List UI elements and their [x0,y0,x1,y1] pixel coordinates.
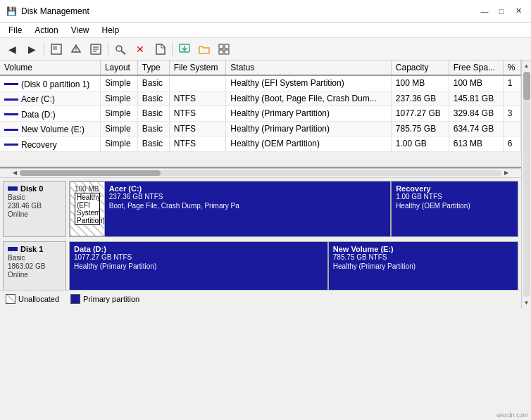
cell-status: Healthy (Primary Partition) [226,106,391,122]
maximize-button[interactable]: □ [494,4,508,18]
col-layout[interactable]: Layout [100,61,137,75]
cell-capacity: 1.00 GB [391,136,449,152]
legend-unallocated-label: Unallocated [18,295,59,303]
toolbar-btn-5[interactable] [87,41,105,58]
col-type[interactable]: Type [137,61,169,75]
scroll-track[interactable] [20,170,501,176]
cell-freespace: 145.81 GB [449,91,503,106]
horizontal-scrollbar[interactable]: ◀ ▶ [0,168,521,178]
vert-scroll-track[interactable] [523,72,530,297]
volume-table-section[interactable]: Volume Layout Type File System Status Ca… [0,61,521,168]
disk-visualization: Disk 0 Basic 238.46 GB Online 100 MB Hea… [0,178,521,290]
toolbar-back[interactable]: ◀ [3,41,21,58]
window-title: Disk Management [21,6,89,16]
toolbar-doc[interactable] [151,41,169,58]
partition-name: Recovery [396,184,513,193]
col-status[interactable]: Status [226,61,391,75]
cell-freespace: 634.74 GB [449,121,503,136]
disk-status: Online [8,210,61,218]
toolbar-forward[interactable]: ▶ [23,41,41,58]
minimize-button[interactable]: — [477,4,492,18]
cell-volume: Acer (C:) [0,91,100,106]
col-freespace[interactable]: Free Spa... [449,61,503,75]
cell-volume: (Disk 0 partition 1) [0,75,100,91]
table-row[interactable]: Recovery Simple Basic NTFS Healthy (OEM … [0,136,521,152]
menu-action[interactable]: Action [29,24,63,37]
table-row[interactable]: New Volume (E:) Simple Basic NTFS Health… [0,121,521,136]
partition-name: Data (D:) [74,245,323,253]
disk-size: 238.46 GB [8,202,61,210]
disk-size: 1863.02 GB [8,262,61,270]
cell-type: Basic [137,121,169,136]
legend-primary-box [70,294,80,304]
status-bar: Unallocated Primary partition [0,290,521,308]
scroll-right-arrow[interactable]: ▶ [501,168,511,178]
col-volume[interactable]: Volume [0,61,100,75]
svg-rect-1 [53,46,57,50]
disk-status: Online [8,271,61,279]
cell-layout: Simple [100,136,137,152]
partition-name: New Volume (E:) [333,245,513,253]
cell-filesystem [169,75,226,91]
scroll-down-arrow[interactable]: ▼ [522,298,532,308]
cell-type: Basic [137,91,169,106]
cell-capacity: 785.75 GB [391,121,449,136]
cell-pct [503,91,520,106]
close-button[interactable]: ✕ [511,4,525,18]
cell-pct: 1 [503,75,520,91]
partition[interactable]: 100 MB Healthy (EFI System Partition) [70,182,105,236]
partition-size: 1.00 GB NTFS [396,193,513,201]
volume-table: Volume Layout Type File System Status Ca… [0,61,521,152]
cell-pct: 3 [503,106,520,122]
disk-label-title: Disk 1 [8,245,61,253]
svg-rect-13 [225,44,229,49]
table-row[interactable]: Data (D:) Simple Basic NTFS Healthy (Pri… [0,106,521,122]
partition-status: Healthy (OEM Partition) [396,202,513,210]
col-pct[interactable]: % [503,61,520,75]
toolbar-grid[interactable] [215,41,233,58]
disk-row: Disk 0 Basic 238.46 GB Online 100 MB Hea… [3,181,518,237]
legend-primary-label: Primary partition [83,295,139,303]
toolbar-folder[interactable] [195,41,213,58]
menu-view[interactable]: View [65,24,95,37]
col-filesystem[interactable]: File System [169,61,226,75]
menu-file[interactable]: File [3,24,27,37]
partition[interactable]: Recovery 1.00 GB NTFS Healthy (OEM Parti… [392,182,518,236]
cell-freespace: 613 MB [449,136,503,152]
cell-layout: Simple [100,91,137,106]
cell-capacity: 100 MB [391,75,449,91]
window-controls: — □ ✕ [477,4,525,18]
toolbar-delete[interactable]: ✕ [131,41,149,58]
toolbar-sep-2 [108,42,108,56]
partition-size: 100 MB [75,185,100,193]
svg-rect-12 [219,44,223,49]
vertical-scrollbar[interactable]: ▲ ▼ [521,61,531,308]
legend-unallocated: Unallocated [6,294,59,304]
vert-scroll-thumb[interactable] [523,72,530,100]
scroll-left-arrow[interactable]: ◀ [10,168,20,178]
cell-filesystem: NTFS [169,106,226,122]
table-row[interactable]: (Disk 0 partition 1) Simple Basic Health… [0,75,521,91]
toolbar-import[interactable] [175,41,194,58]
cell-layout: Simple [100,75,137,91]
legend-unallocated-box [6,294,15,304]
toolbar-btn-4[interactable] [67,41,85,58]
cell-filesystem: NTFS [169,136,226,152]
disk-partitions: Data (D:) 1077.27 GB NTFS Healthy (Prima… [69,241,518,290]
scroll-up-arrow[interactable]: ▲ [522,61,532,70]
partition[interactable]: Data (D:) 1077.27 GB NTFS Healthy (Prima… [70,242,329,290]
partition[interactable]: Acer (C:) 237.36 GB NTFS Boot, Page File… [105,182,392,236]
scroll-thumb[interactable] [20,170,161,176]
table-row[interactable]: Acer (C:) Simple Basic NTFS Healthy (Boo… [0,91,521,106]
menu-help[interactable]: Help [96,24,125,37]
toolbar-key[interactable] [111,41,130,58]
toolbar: ◀ ▶ ✕ [0,38,531,61]
partition-status: Healthy (Primary Partition) [74,262,323,270]
partition-size: 237.36 GB NTFS [109,193,386,201]
svg-point-3 [75,51,77,52]
disk-content: Volume Layout Type File System Status Ca… [0,61,521,308]
svg-rect-15 [225,50,229,54]
col-capacity[interactable]: Capacity [391,61,449,75]
partition[interactable]: New Volume (E:) 785.75 GB NTFS Healthy (… [329,242,518,290]
toolbar-btn-3[interactable] [47,41,65,58]
